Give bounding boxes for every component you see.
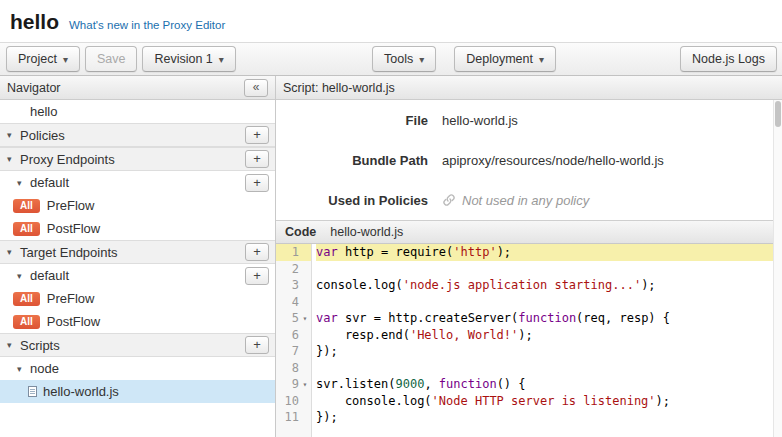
code-tab-label: Code (285, 225, 316, 239)
flow-all-badge: All (13, 315, 40, 329)
caret-down-icon[interactable]: ▾ (7, 340, 20, 350)
gutter-line-3: 3 (276, 277, 311, 294)
add-button[interactable]: + (245, 126, 269, 144)
gutter-line-2: 2 (276, 261, 311, 278)
navigator-panel: Navigator « hello▾Policies+▾Proxy Endpoi… (0, 76, 276, 437)
revision-menu-label: Revision 1 (154, 52, 212, 66)
nav-label: hello (30, 104, 57, 119)
tools-menu-button[interactable]: Tools ▾ (372, 46, 436, 72)
nav-section-target-endpoints[interactable]: ▾Target Endpoints+ (0, 240, 275, 264)
caret-down-icon: ▾ (419, 54, 424, 65)
code-token: }); (316, 410, 338, 424)
vertical-scrollbar[interactable] (773, 100, 782, 437)
field-row-file: File hello-world.js (276, 100, 782, 140)
flow-all-badge: All (13, 199, 40, 213)
field-value: Not used in any policy (442, 193, 589, 208)
scrollbar-thumb[interactable] (775, 101, 781, 127)
nav-flow-preflow[interactable]: AllPreFlow (0, 194, 275, 217)
project-menu-button[interactable]: Project ▾ (6, 46, 80, 72)
nav-flow-postflow[interactable]: AllPostFlow (0, 217, 275, 240)
code-token: 9000 (395, 377, 424, 391)
deployment-menu-label: Deployment (466, 52, 533, 66)
code-filename: hello-world.js (330, 225, 403, 239)
used-in-policies-text: Not used in any policy (462, 193, 589, 208)
code-token: console.log( (316, 394, 432, 408)
whats-new-link[interactable]: What's new in the Proxy Editor (69, 19, 225, 31)
line-number: 7 (292, 344, 299, 358)
code-token: console.log( (316, 278, 403, 292)
caret-down-icon[interactable]: ▾ (7, 247, 20, 257)
script-panel: Script: hello-world.js File hello-world.… (276, 76, 782, 437)
caret-down-icon[interactable]: ▾ (7, 154, 20, 164)
code-line-4[interactable] (316, 294, 782, 311)
field-label: Used in Policies (276, 193, 428, 208)
nav-label: hello-world.js (43, 384, 119, 399)
deployment-menu-button[interactable]: Deployment ▾ (454, 46, 556, 72)
gutter-line-9: 9▾ (276, 376, 311, 393)
nav-label: default (30, 268, 69, 283)
nav-section-policies[interactable]: ▾Policies+ (0, 123, 275, 147)
line-number: 3 (292, 278, 299, 292)
caret-down-icon: ▾ (539, 54, 544, 65)
nodejs-logs-button[interactable]: Node.js Logs (680, 46, 777, 72)
code-token: ); (497, 245, 511, 259)
navigator-header: Navigator « (0, 76, 275, 100)
toolbar-right-group: Node.js Logs (680, 46, 777, 72)
code-token: svr.listen( (316, 377, 395, 391)
editor-lines[interactable]: var http = require('http'); console.log(… (312, 244, 782, 437)
code-token: , (424, 377, 438, 391)
code-line-9[interactable]: svr.listen(9000, function() { (316, 376, 782, 393)
code-token: resp.end( (316, 328, 410, 342)
code-header: Code hello-world.js (276, 220, 782, 244)
add-button[interactable]: + (245, 150, 269, 168)
code-line-6[interactable]: resp.end('Hello, World!'); (316, 327, 782, 344)
nav-label: PostFlow (47, 314, 100, 329)
nav-subsection-default[interactable]: ▾default+ (0, 264, 275, 287)
add-button[interactable]: + (245, 243, 269, 261)
code-token: 'Node HTTP server is listening' (432, 394, 656, 408)
gutter-line-1: 1 (276, 244, 311, 261)
code-editor[interactable]: 12345▾6789▾1011 var http = require('http… (276, 244, 782, 437)
code-line-10[interactable]: console.log('Node HTTP server is listeni… (316, 393, 782, 410)
nav-file-hello-world-js[interactable]: hello-world.js (0, 380, 275, 403)
nav-subsection-default[interactable]: ▾default+ (0, 171, 275, 194)
code-token: 'http' (453, 245, 496, 259)
nav-folder-node[interactable]: ▾node (0, 357, 275, 380)
code-line-3[interactable]: console.log('node.js application startin… (316, 277, 782, 294)
toolbar-left-group: Project ▾ Save Revision 1 ▾ (6, 46, 236, 72)
nav-section-scripts[interactable]: ▾Scripts+ (0, 333, 275, 357)
save-button[interactable]: Save (85, 46, 138, 72)
gutter-line-10: 10 (276, 393, 311, 410)
nav-flow-postflow[interactable]: AllPostFlow (0, 310, 275, 333)
add-button[interactable]: + (245, 336, 269, 354)
code-line-1[interactable]: var http = require('http'); (316, 244, 782, 261)
nav-label: PreFlow (47, 291, 95, 306)
caret-down-icon[interactable]: ▾ (7, 130, 20, 140)
add-button[interactable]: + (245, 267, 269, 285)
script-panel-title: Script: hello-world.js (283, 81, 395, 95)
flow-all-badge: All (13, 292, 40, 306)
code-token: 'Hello, World!' (410, 328, 518, 342)
nav-label: Proxy Endpoints (20, 152, 115, 167)
nav-section-proxy-endpoints[interactable]: ▾Proxy Endpoints+ (0, 147, 275, 171)
code-line-2[interactable] (316, 261, 782, 278)
code-line-5[interactable]: var svr = http.createServer(function(req… (316, 310, 782, 327)
code-line-11[interactable]: }); (316, 409, 782, 426)
add-button[interactable]: + (245, 174, 269, 192)
nav-label: default (30, 175, 69, 190)
caret-down-icon[interactable]: ▾ (17, 364, 30, 374)
revision-menu-button[interactable]: Revision 1 ▾ (142, 46, 235, 72)
caret-down-icon[interactable]: ▾ (17, 271, 30, 281)
fold-icon[interactable]: ▾ (299, 380, 311, 389)
nav-label: Policies (20, 128, 65, 143)
fold-icon[interactable]: ▾ (299, 314, 311, 323)
gutter-line-7: 7 (276, 343, 311, 360)
code-line-7[interactable]: }); (316, 343, 782, 360)
caret-down-icon[interactable]: ▾ (17, 178, 30, 188)
line-number: 2 (292, 262, 299, 276)
line-number: 6 (292, 328, 299, 342)
nav-flow-preflow[interactable]: AllPreFlow (0, 287, 275, 310)
code-line-8[interactable] (316, 360, 782, 377)
nav-item-hello[interactable]: hello (0, 100, 275, 123)
collapse-navigator-button[interactable]: « (244, 79, 268, 97)
